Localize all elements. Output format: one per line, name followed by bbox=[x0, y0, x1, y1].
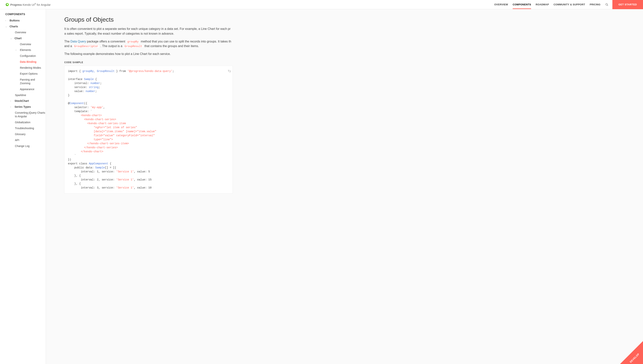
sidebar-item-label: Overview bbox=[15, 30, 26, 34]
nav-link-overview[interactable]: OVERVIEW bbox=[492, 0, 510, 9]
sidebar-item-label: StockChart bbox=[14, 99, 29, 103]
sidebar-item-label: Data Binding bbox=[20, 60, 36, 64]
main-content: Groups of Objects It is often convenient… bbox=[46, 9, 643, 364]
sidebar-item-label: Sparkline bbox=[15, 94, 26, 97]
sidebar-item-label: Converting jQuery Charts to Angular bbox=[15, 111, 46, 118]
chevron-right-icon: › bbox=[5, 20, 8, 22]
chevron-down-icon: ⌄ bbox=[5, 26, 8, 28]
code-group-descriptor: GroupDescriptor bbox=[73, 44, 100, 48]
sidebar-item-appearance[interactable]: Appearance bbox=[0, 86, 46, 92]
corner-triangle[interactable] bbox=[620, 341, 643, 364]
chevron-right-icon: › bbox=[16, 49, 18, 51]
search-icon bbox=[605, 3, 608, 6]
sidebar-item-stockchart[interactable]: ›StockChart bbox=[0, 98, 46, 104]
sidebar-item-rendering-modes[interactable]: Rendering Modes bbox=[0, 65, 46, 71]
sidebar-item-label: API bbox=[15, 138, 19, 142]
nav-link-pricing[interactable]: PRICING bbox=[587, 0, 602, 9]
nav-link-components[interactable]: COMPONENTS bbox=[510, 0, 533, 9]
sidebar-item-label: Panning and Zooming bbox=[20, 78, 46, 85]
sidebar-item-label: Export Options bbox=[20, 72, 38, 76]
code-language-badge: Ty bbox=[228, 69, 231, 73]
sidebar-item-panning-and-zooming[interactable]: Panning and Zooming bbox=[0, 77, 46, 86]
sidebar-item-label: Overview bbox=[20, 42, 31, 46]
sidebar-item-api[interactable]: API bbox=[0, 137, 46, 143]
sidebar-item-configuration[interactable]: Configuration bbox=[0, 53, 46, 59]
nav-link-roadmap[interactable]: ROADMAP bbox=[533, 0, 551, 9]
sidebar-item-sparkline[interactable]: Sparkline bbox=[0, 92, 46, 98]
sidebar-item-elements[interactable]: ›Elements bbox=[0, 47, 46, 53]
sidebar-item-label: Series Types bbox=[14, 105, 31, 109]
paragraph-1: It is often convenient to plot a separat… bbox=[64, 26, 233, 36]
sidebar: COMPONENTS ›Buttons⌄ChartsOverview⌄Chart… bbox=[0, 9, 46, 364]
sidebar-item-series-types[interactable]: ›Series Types bbox=[0, 104, 46, 110]
sidebar-item-label: Rendering Modes bbox=[20, 66, 41, 70]
get-started-button[interactable]: GET STARTED bbox=[612, 0, 643, 9]
sidebar-item-chart[interactable]: ⌄Chart bbox=[0, 36, 46, 41]
svg-point-0 bbox=[606, 4, 608, 5]
sidebar-item-label: Globalization bbox=[15, 120, 30, 124]
sidebar-item-change-log[interactable]: Change Log bbox=[0, 143, 46, 149]
sidebar-item-label: Configuration bbox=[20, 54, 36, 58]
search-button[interactable] bbox=[603, 3, 611, 6]
sidebar-item-label: Appearance bbox=[20, 88, 34, 91]
sidebar-item-export-options[interactable]: Export Options bbox=[0, 71, 46, 77]
chevron-right-icon: › bbox=[10, 106, 13, 108]
progress-icon bbox=[5, 3, 9, 6]
code-group-result: GroupResult bbox=[123, 44, 144, 48]
sidebar-item-globalization[interactable]: Globalization bbox=[0, 120, 46, 125]
sidebar-item-label: Troubleshooting bbox=[15, 126, 34, 130]
svg-line-1 bbox=[607, 5, 608, 6]
top-nav: Progress Kendo UI® for Angular OVERVIEWC… bbox=[0, 0, 643, 9]
sidebar-item-label: Chart bbox=[14, 36, 22, 40]
chevron-right-icon: › bbox=[10, 100, 13, 102]
paragraph-2: The Data Query package offers a convenie… bbox=[64, 39, 233, 49]
sidebar-item-buttons[interactable]: ›Buttons bbox=[0, 18, 46, 24]
sidebar-item-converting-jquery-charts-to-angular[interactable]: Converting jQuery Charts to Angular bbox=[0, 110, 46, 120]
page-title: Groups of Objects bbox=[64, 16, 233, 23]
sidebar-item-label: Glossary bbox=[15, 132, 26, 136]
brand-text: Progress Kendo UI® for Angular bbox=[10, 3, 51, 6]
sidebar-item-label: Charts bbox=[10, 25, 18, 28]
code-groupby: groupBy bbox=[126, 40, 140, 44]
sidebar-item-charts[interactable]: ⌄Charts bbox=[0, 24, 46, 30]
nav-links: OVERVIEWCOMPONENTSROADMAPCOMMUNITY & SUP… bbox=[492, 0, 603, 9]
sidebar-item-label: Elements bbox=[20, 48, 31, 52]
sidebar-item-label: Buttons bbox=[10, 19, 20, 22]
sidebar-item-overview[interactable]: Overview bbox=[0, 30, 46, 36]
sidebar-item-label: Change Log bbox=[15, 144, 30, 148]
sidebar-item-overview[interactable]: Overview bbox=[0, 41, 46, 47]
chevron-down-icon: ⌄ bbox=[10, 37, 13, 40]
brand-logo[interactable]: Progress Kendo UI® for Angular bbox=[5, 3, 51, 6]
sidebar-title: COMPONENTS bbox=[0, 13, 46, 18]
code-sample-label: CODE SAMPLE bbox=[64, 61, 233, 64]
sidebar-item-glossary[interactable]: Glossary bbox=[0, 131, 46, 137]
sidebar-item-troubleshooting[interactable]: Troubleshooting bbox=[0, 125, 46, 131]
data-query-link[interactable]: Data Query bbox=[70, 40, 86, 43]
sidebar-item-data-binding[interactable]: Data Binding bbox=[0, 59, 46, 65]
code-block: Tyimport { groupBy, GroupResult } from '… bbox=[64, 66, 233, 194]
paragraph-3: The following example demonstrates how t… bbox=[64, 52, 233, 56]
nav-link-community-support[interactable]: COMMUNITY & SUPPORT bbox=[551, 0, 587, 9]
